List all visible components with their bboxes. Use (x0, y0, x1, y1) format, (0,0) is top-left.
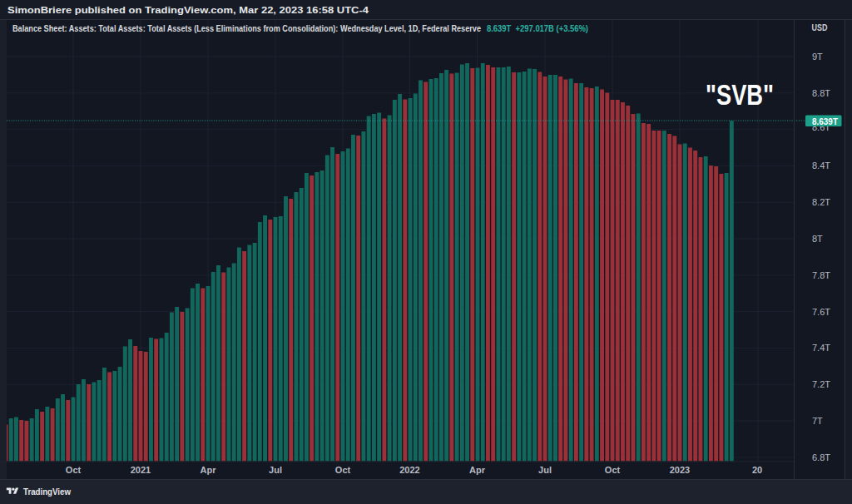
svg-text:2021: 2021 (131, 465, 151, 475)
svg-text:Apr: Apr (469, 465, 486, 475)
svg-text:20: 20 (752, 465, 762, 475)
svg-text:8.2T: 8.2T (812, 197, 830, 207)
svg-text:"SVB": "SVB" (706, 79, 774, 111)
svg-text:Jul: Jul (269, 465, 282, 475)
svg-text:TradingView: TradingView (23, 487, 71, 497)
svg-text:Balance Sheet: Assets: Total A: Balance Sheet: Assets: Total Assets: Tot… (12, 24, 481, 33)
svg-text:2022: 2022 (399, 465, 419, 475)
svg-text:Jul: Jul (538, 465, 552, 475)
svg-text:7T: 7T (812, 416, 823, 426)
svg-text:9T: 9T (812, 52, 823, 62)
svg-text:Apr: Apr (201, 465, 217, 475)
svg-text:USD: USD (812, 22, 828, 32)
svg-text:Oct: Oct (605, 465, 621, 475)
svg-text:8.4T: 8.4T (812, 161, 830, 170)
svg-text:8T: 8T (812, 234, 823, 244)
svg-text:Oct: Oct (66, 465, 82, 475)
svg-text:7.4T: 7.4T (812, 343, 830, 353)
svg-text:8.8T: 8.8T (812, 88, 830, 98)
svg-text:7.2T: 7.2T (812, 379, 830, 389)
svg-text:2023: 2023 (670, 465, 690, 475)
svg-text:8.639T +297.017B (+3.56%): 8.639T +297.017B (+3.56%) (487, 24, 588, 33)
svg-text:8.639T: 8.639T (812, 116, 838, 126)
svg-text:7.6T: 7.6T (812, 307, 830, 317)
svg-text:SimonBriere published on Tradi: SimonBriere published on TradingView.com… (7, 5, 369, 15)
svg-text:7.8T: 7.8T (812, 270, 830, 280)
svg-text:6.8T: 6.8T (812, 452, 830, 462)
svg-text:Oct: Oct (335, 465, 351, 475)
